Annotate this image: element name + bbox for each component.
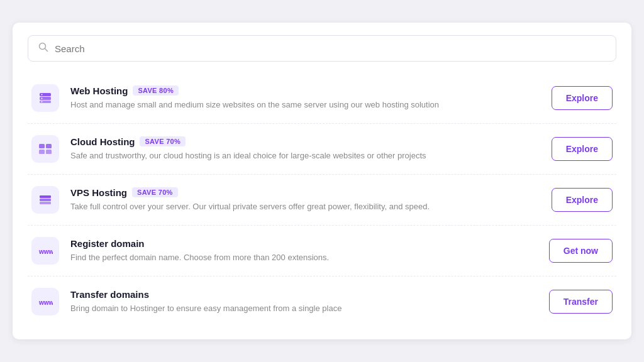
items-list: Web HostingSAVE 80%Host and manage small…	[28, 73, 616, 327]
item-content-web-hosting: Web HostingSAVE 80%Host and manage small…	[70, 85, 540, 111]
save-badge-web-hosting: SAVE 80%	[133, 85, 179, 96]
item-desc-vps-hosting: Take full control over your server. Our …	[70, 200, 540, 213]
search-input[interactable]	[55, 43, 606, 54]
svg-text:www: www	[38, 248, 53, 255]
item-title-transfer-domains: Transfer domains	[70, 289, 149, 300]
item-desc-transfer-domains: Bring domain to Hostinger to ensure easy…	[70, 302, 538, 315]
list-item: Cloud HostingSAVE 70%Safe and trustworth…	[28, 124, 616, 175]
item-title-cloud-hosting: Cloud Hosting	[70, 136, 135, 147]
list-item: www Register domainFind the perfect doma…	[28, 226, 616, 277]
svg-rect-10	[39, 150, 45, 154]
svg-point-5	[42, 94, 43, 96]
item-content-vps-hosting: VPS HostingSAVE 70%Take full control ove…	[70, 187, 540, 213]
svg-rect-13	[40, 199, 51, 201]
domain-icon: www	[31, 288, 59, 315]
item-content-register-domain: Register domainFind the perfect domain n…	[70, 238, 538, 264]
item-content-transfer-domains: Transfer domainsBring domain to Hostinge…	[70, 289, 538, 315]
domain-icon: www	[31, 237, 59, 265]
list-item: VPS HostingSAVE 70%Take full control ove…	[28, 175, 616, 226]
main-container: Web HostingSAVE 80%Host and manage small…	[13, 23, 631, 339]
item-desc-register-domain: Find the perfect domain name. Choose fro…	[70, 251, 538, 264]
item-title-web-hosting: Web Hosting	[70, 85, 128, 96]
save-badge-vps-hosting: SAVE 70%	[132, 187, 178, 197]
web-hosting-icon	[31, 84, 59, 112]
item-desc-cloud-hosting: Safe and trustworthy, our cloud hosting …	[70, 150, 540, 162]
cloud-hosting-icon	[31, 135, 59, 163]
action-btn-cloud-hosting[interactable]: Explore	[552, 137, 613, 161]
action-btn-register-domain[interactable]: Get now	[549, 239, 613, 263]
svg-rect-12	[40, 195, 51, 198]
save-badge-cloud-hosting: SAVE 70%	[140, 136, 186, 146]
item-desc-web-hosting: Host and manage small and medium size we…	[70, 99, 540, 111]
item-title-vps-hosting: VPS Hosting	[70, 187, 127, 198]
action-btn-transfer-domains[interactable]: Transfer	[549, 290, 613, 314]
search-icon	[38, 42, 48, 55]
svg-rect-9	[46, 144, 52, 148]
svg-text:www: www	[38, 299, 53, 306]
svg-rect-11	[46, 150, 52, 154]
svg-rect-14	[40, 202, 51, 204]
svg-point-6	[42, 98, 43, 99]
action-btn-web-hosting[interactable]: Explore	[552, 86, 613, 110]
svg-point-7	[42, 101, 43, 102]
search-bar	[28, 35, 616, 62]
svg-rect-8	[39, 144, 45, 148]
svg-line-1	[45, 49, 48, 52]
list-item: Web HostingSAVE 80%Host and manage small…	[28, 73, 616, 124]
item-content-cloud-hosting: Cloud HostingSAVE 70%Safe and trustworth…	[70, 136, 540, 162]
vps-hosting-icon	[31, 186, 59, 214]
list-item: www Transfer domainsBring domain to Host…	[28, 277, 616, 327]
action-btn-vps-hosting[interactable]: Explore	[552, 188, 613, 212]
item-title-register-domain: Register domain	[70, 238, 145, 249]
